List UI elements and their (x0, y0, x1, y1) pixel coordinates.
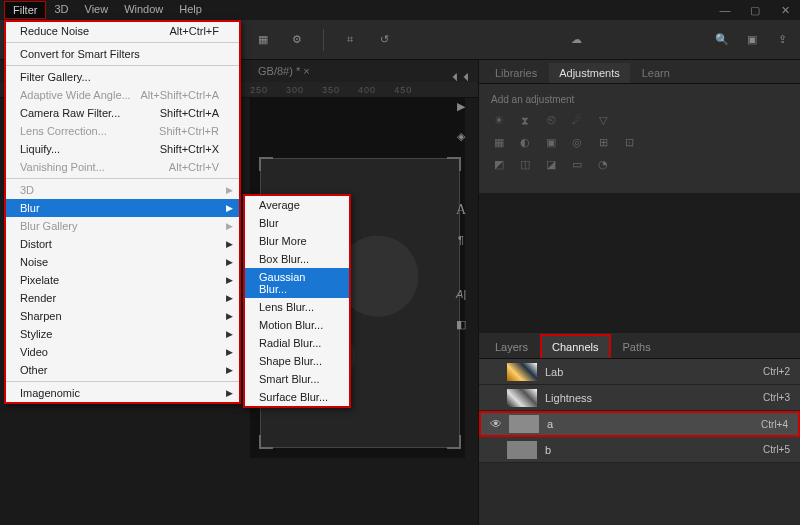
menu-item-camera-raw-filter[interactable]: Camera Raw Filter...Shift+Ctrl+A (6, 104, 239, 122)
collapsed-panel-strip: ⏴⏴ ▶ ◈ A ¶ A| ◧ (447, 62, 475, 332)
presets-icon[interactable]: ▦ (255, 32, 271, 48)
chevron-right-icon: ▶ (226, 365, 233, 375)
panel-tab-adjustments[interactable]: Adjustments (549, 63, 630, 83)
menu-item-adaptive-wide-angle: Adaptive Wide Angle...Alt+Shift+Ctrl+A (6, 86, 239, 104)
channel-name: a (547, 418, 761, 430)
history-icon[interactable]: ⏴⏴ (453, 68, 469, 84)
channel-name: Lab (545, 366, 763, 378)
submenu-item-motion-blur[interactable]: Motion Blur... (245, 316, 349, 334)
share-icon[interactable]: ⇪ (774, 32, 790, 48)
channel-shortcut: Ctrl+4 (761, 419, 788, 430)
brightness-icon[interactable]: ☀ (491, 113, 507, 127)
panel-tab-learn[interactable]: Learn (632, 63, 680, 83)
menu-item-blur[interactable]: Blur▶ (6, 199, 239, 217)
submenu-item-lens-blur[interactable]: Lens Blur... (245, 298, 349, 316)
chevron-right-icon: ▶ (226, 293, 233, 303)
channel-thumbnail (507, 363, 537, 381)
bw-icon[interactable]: ◐ (517, 135, 533, 149)
submenu-item-smart-blur[interactable]: Smart Blur... (245, 370, 349, 388)
vibrance-icon[interactable]: ▽ (595, 113, 611, 127)
maximize-button[interactable]: ▢ (740, 0, 770, 20)
chevron-right-icon: ▶ (226, 203, 233, 213)
glyph-icon[interactable]: A| (453, 286, 469, 302)
menubar-item-help[interactable]: Help (171, 1, 210, 19)
submenu-item-gaussian-blur[interactable]: Gaussian Blur... (245, 268, 349, 298)
menu-item-pixelate[interactable]: Pixelate▶ (6, 271, 239, 289)
cloud-icon[interactable]: ☁ (568, 32, 584, 48)
close-button[interactable]: ✕ (770, 0, 800, 20)
gear-icon[interactable]: ⚙ (289, 32, 305, 48)
panel-tab-channels[interactable]: Channels (540, 334, 610, 358)
chevron-right-icon: ▶ (226, 311, 233, 321)
channel-row-b[interactable]: bCtrl+5 (479, 437, 800, 463)
gradient-map-icon[interactable]: ▭ (569, 157, 585, 171)
straighten-icon[interactable]: ↺ (376, 32, 392, 48)
menubar-item-window[interactable]: Window (116, 1, 171, 19)
channel-name: b (545, 444, 763, 456)
crop-icon[interactable]: ⌗ (342, 32, 358, 48)
menu-item-other[interactable]: Other▶ (6, 361, 239, 379)
menu-item-filter-gallery[interactable]: Filter Gallery... (6, 68, 239, 86)
submenu-item-average[interactable]: Average (245, 196, 349, 214)
menu-item-liquify[interactable]: Liquify...Shift+Ctrl+X (6, 140, 239, 158)
channel-row-a[interactable]: 👁aCtrl+4 (479, 411, 800, 437)
type-icon[interactable]: A (453, 202, 469, 218)
exposure-icon[interactable]: ☄ (569, 113, 585, 127)
filter-menu[interactable]: Reduce NoiseAlt+Ctrl+FConvert for Smart … (4, 20, 241, 404)
layers-icon[interactable]: ◈ (453, 128, 469, 144)
channel-row-lightness[interactable]: LightnessCtrl+3 (479, 385, 800, 411)
chevron-right-icon: ▶ (226, 388, 233, 398)
hue-icon[interactable]: ▦ (491, 135, 507, 149)
channel-thumbnail (507, 389, 537, 407)
chevron-right-icon: ▶ (226, 185, 233, 195)
layout-icon[interactable]: ▣ (744, 32, 760, 48)
menu-item-blur-gallery: Blur Gallery▶ (6, 217, 239, 235)
adjustments-panel-tabs: LibrariesAdjustmentsLearn (479, 60, 800, 84)
menubar-item-filter[interactable]: Filter (4, 1, 46, 19)
channel-row-lab[interactable]: LabCtrl+2 (479, 359, 800, 385)
submenu-item-surface-blur[interactable]: Surface Blur... (245, 388, 349, 406)
channel-shortcut: Ctrl+5 (763, 444, 790, 455)
chevron-right-icon: ▶ (226, 329, 233, 339)
submenu-item-box-blur[interactable]: Box Blur... (245, 250, 349, 268)
menu-item-noise[interactable]: Noise▶ (6, 253, 239, 271)
adjustments-title: Add an adjustment (491, 94, 788, 105)
blur-submenu[interactable]: AverageBlurBlur MoreBox Blur...Gaussian … (243, 194, 351, 408)
menubar-item-3d[interactable]: 3D (46, 1, 76, 19)
levels-icon[interactable]: ⧗ (517, 113, 533, 127)
invert-icon[interactable]: ◩ (491, 157, 507, 171)
menu-item-sharpen[interactable]: Sharpen▶ (6, 307, 239, 325)
menu-item-video[interactable]: Video▶ (6, 343, 239, 361)
menu-item-imagenomic[interactable]: Imagenomic▶ (6, 384, 239, 402)
submenu-item-shape-blur[interactable]: Shape Blur... (245, 352, 349, 370)
search-icon[interactable]: 🔍 (714, 32, 730, 48)
channel-mixer-icon[interactable]: ◎ (569, 135, 585, 149)
menubar: Filter3DViewWindowHelp — ▢ ✕ (0, 0, 800, 20)
chevron-right-icon: ▶ (226, 239, 233, 249)
paragraph-icon[interactable]: ¶ (453, 232, 469, 248)
panel-tab-layers[interactable]: Layers (485, 336, 538, 358)
posterize-icon[interactable]: ◫ (517, 157, 533, 171)
more-icon[interactable]: ⊡ (621, 135, 637, 149)
submenu-item-radial-blur[interactable]: Radial Blur... (245, 334, 349, 352)
visibility-icon[interactable]: 👁 (487, 417, 505, 431)
photo-filter-icon[interactable]: ▣ (543, 135, 559, 149)
menu-item-render[interactable]: Render▶ (6, 289, 239, 307)
submenu-item-blur[interactable]: Blur (245, 214, 349, 232)
play-icon[interactable]: ▶ (453, 98, 469, 114)
swatch-icon[interactable]: ◧ (453, 316, 469, 332)
menu-item-stylize[interactable]: Stylize▶ (6, 325, 239, 343)
document-tab[interactable]: GB/8#) * × (250, 63, 318, 79)
color-lookup-icon[interactable]: ⊞ (595, 135, 611, 149)
threshold-icon[interactable]: ◪ (543, 157, 559, 171)
panel-tab-libraries[interactable]: Libraries (485, 63, 547, 83)
menu-item-distort[interactable]: Distort▶ (6, 235, 239, 253)
panel-tab-paths[interactable]: Paths (613, 336, 661, 358)
menu-item-reduce-noise[interactable]: Reduce NoiseAlt+Ctrl+F (6, 22, 239, 40)
curves-icon[interactable]: ⧀ (543, 113, 559, 127)
menubar-item-view[interactable]: View (77, 1, 117, 19)
submenu-item-blur-more[interactable]: Blur More (245, 232, 349, 250)
selective-color-icon[interactable]: ◔ (595, 157, 611, 171)
minimize-button[interactable]: — (710, 0, 740, 20)
menu-item-convert-for-smart-filters[interactable]: Convert for Smart Filters (6, 45, 239, 63)
